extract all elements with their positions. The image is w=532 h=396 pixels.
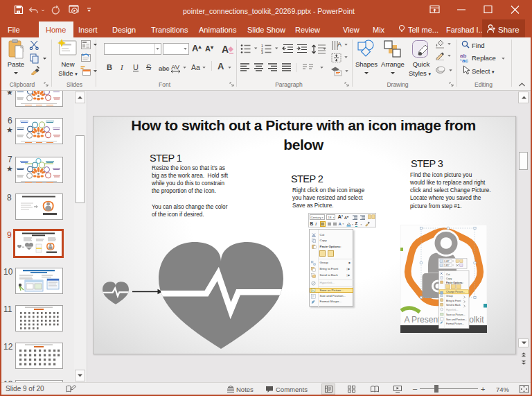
svg-text:Group: Group <box>446 295 453 298</box>
svg-text:A: A <box>337 41 342 48</box>
svg-text:A: A <box>222 44 229 55</box>
svg-text:2.48": 2.48" <box>444 260 450 263</box>
svg-text:ac: ac <box>462 58 468 62</box>
svg-text:Cut: Cut <box>446 273 450 276</box>
svg-text:Change Picture...: Change Picture... <box>446 291 465 293</box>
svg-text:3: 3 <box>261 51 263 55</box>
svg-text:Paste Options:: Paste Options: <box>446 282 463 284</box>
svg-text:Bring to Front: Bring to Front <box>446 300 461 302</box>
svg-text:Hyperlink...: Hyperlink... <box>446 309 459 311</box>
svg-text:Size and Position...: Size and Position... <box>446 318 467 321</box>
svg-text:Format Picture...: Format Picture... <box>446 322 464 325</box>
svg-text:Send to Back: Send to Back <box>446 304 461 307</box>
svg-text:Save as Picture...: Save as Picture... <box>446 313 465 316</box>
svg-text:1.85": 1.85" <box>444 264 450 267</box>
svg-text:Copy: Copy <box>446 277 452 280</box>
